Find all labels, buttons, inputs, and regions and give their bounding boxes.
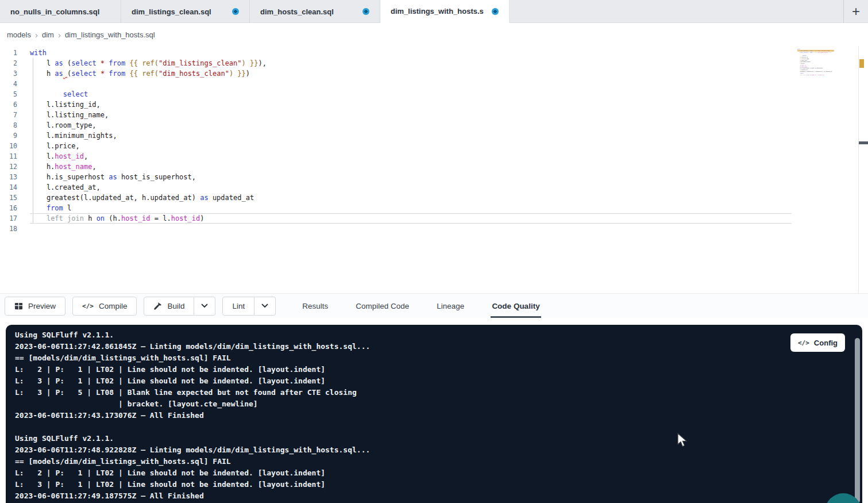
code-line: 11 l.host_id, [0,151,792,162]
new-tab-button[interactable]: + [843,0,868,23]
panel-tab-lineage[interactable]: Lineage [435,294,465,318]
lint-warning-marker [859,59,864,68]
panel-tab-results[interactable]: Results [301,294,329,318]
code-token [30,204,47,212]
code-line-text: l.host_id, [30,151,792,162]
panel-tab-code-quality[interactable]: Code Quality [491,294,541,318]
terminal-line: 2023-06-06T11:27:42.861845Z — Linting mo… [15,341,862,352]
code-line-text: l as (select * from {{ ref("dim_listings… [30,58,792,68]
line-number: 4 [0,79,17,89]
line-number: 1 [0,48,17,58]
code-token: {{ ref( [813,52,817,53]
code-line-text: from l [30,203,792,213]
terminal-line: L: 2 | P: 1 | LT02 | Line should not be … [15,467,862,479]
code-line: 14 l.created_at, [0,182,792,193]
code-line-text: select [30,89,792,99]
breadcrumb-separator: › [31,30,42,39]
code-token: ), [833,50,834,51]
code-token: as [109,173,117,181]
code-token: "dim_hosts_clean" [159,70,229,78]
code-token: as [55,59,63,67]
code-line-text: l.price, [30,141,792,151]
preview-button-label: Preview [28,302,56,310]
code-line-text: h.is_superhost as host_is_superhost, [30,172,792,182]
breadcrumb-item[interactable]: dim_listings_with_hosts.sql [65,30,155,39]
line-number: 2 [0,58,17,68]
table-grid-icon [14,302,23,310]
chevron-down-icon [261,304,268,308]
panel-tab-compiled-code[interactable]: Compiled Code [354,294,410,318]
code-line: 2 l as (select * from {{ ref("dim_listin… [0,58,792,68]
result-panel-tabs: ResultsCompiled CodeLineageCode Quality [301,294,566,318]
config-button[interactable]: </> Config [790,333,845,352]
lint-dropdown-button[interactable] [254,297,276,316]
line-number: 11 [0,151,17,162]
tab-label: dim_listings_with_hosts.sql [391,7,484,16]
code-token: l.price, [30,142,80,150]
code-line: 7 l.listing_name, [0,110,792,120]
editor-tab[interactable]: dim_listings_clean.sql [121,0,250,23]
code-token: as [55,70,63,78]
modified-dot-icon [232,8,239,15]
line-number: 13 [0,172,17,182]
code-token: updated_at [825,71,832,72]
code-token: ) [824,74,824,75]
code-token: h [30,70,55,78]
code-line-text: h as (select * from {{ ref("dim_hosts_cl… [30,68,792,79]
code-line-text: left join h on (h.host_id = l.host_id) [30,213,792,224]
code-token: left join [47,214,84,222]
code-token: {{ ref( [129,70,159,78]
code-line: 9 l.minimum_nights, [0,130,792,141]
code-token: ( [63,59,71,67]
line-number: 16 [0,203,17,213]
code-lines: 1with2 l as (select * from {{ ref("dim_l… [0,48,792,234]
code-token: l.created_at, [30,183,101,191]
breadcrumb-item[interactable]: dim [42,30,54,39]
build-button[interactable]: Build [144,297,194,316]
terminal-lines: Using SQLFluff v2.1.1.2023-06-06T11:27:4… [15,329,862,502]
compile-button[interactable]: </> Compile [72,297,137,316]
code-brackets-icon: </> [798,339,809,347]
code-token [97,59,101,67]
code-line: 8 l.room_type, [0,120,792,130]
terminal-line: L: 3 | P: 1 | LT02 | Line should not be … [15,479,862,490]
scroll-position-marker [859,141,868,144]
build-dropdown-button[interactable] [194,297,215,316]
breadcrumb-item[interactable]: models [7,30,31,39]
hammer-icon [153,302,162,310]
code-token: l. [30,152,55,160]
line-number: 18 [0,224,17,234]
code-line-text [30,79,792,89]
code-token: as [200,194,208,202]
line-number: 3 [0,68,17,79]
editor-tab[interactable]: dim_hosts_clean.sql [250,0,380,23]
code-token: from [109,70,125,78]
editor-tab[interactable]: no_nulls_in_columns.sql [0,0,121,23]
modified-dot-icon [362,8,369,15]
preview-button[interactable]: Preview [5,297,65,316]
compile-button-label: Compile [99,302,128,310]
code-line: 18 [0,224,792,234]
terminal-line: 2023-06-06T11:27:48.922828Z — Linting mo… [15,444,862,456]
editor-tab[interactable]: dim_listings_with_hosts.sql [380,0,510,23]
code-token: updated_at [209,194,254,202]
code-editor[interactable]: 1with2 l as (select * from {{ ref("dim_l… [0,46,868,293]
lint-button[interactable]: Lint [222,297,254,316]
line-number: 14 [0,182,17,193]
terminal-line: == [models/dim/dim_listings_with_hosts.s… [15,352,862,364]
code-line: 1with [0,48,792,58]
terminal-line: L: 3 | P: 1 | LT02 | Line should not be … [15,375,862,387]
terminal-line: 2023-06-06T11:27:43.173076Z — All Finish… [15,410,862,421]
terminal-scrollbar[interactable] [855,338,860,503]
minimap[interactable]: with l as (select * from {{ ref("dim_lis… [797,48,840,77]
overview-ruler[interactable] [858,46,868,293]
code-token: l [30,59,55,67]
code-token: (h. [105,214,121,222]
file-header-row: models›dim›dim_listings_with_hosts.sql S… [0,23,868,46]
code-token: l.listing_id, [30,101,101,109]
tab-label: dim_listings_clean.sql [132,7,211,16]
code-token: l [63,204,71,212]
line-number: 9 [0,130,17,141]
build-button-label: Build [167,302,184,310]
breadcrumb-separator: › [54,30,65,39]
